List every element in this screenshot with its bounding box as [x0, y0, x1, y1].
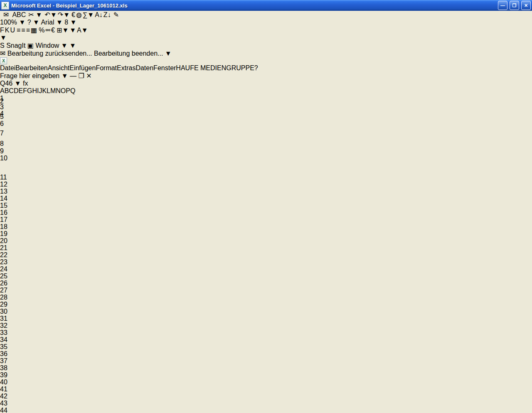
row-header-10[interactable]: 10 [0, 155, 532, 174]
row-header-22[interactable]: 22 [0, 251, 532, 258]
chevron-down-icon[interactable]: ▼ [15, 80, 21, 87]
euro-conversion-icon[interactable]: € [71, 11, 75, 19]
send-review-label[interactable]: Bearbeitung zurücksenden... [7, 50, 92, 57]
close-button[interactable]: ✕ [521, 1, 531, 10]
row-header-35[interactable]: 35 [0, 343, 532, 350]
italic-icon[interactable]: K [5, 27, 10, 34]
merge-and-center-icon[interactable]: ▦ [31, 26, 37, 34]
row-header-7[interactable]: 7 [0, 130, 532, 140]
row-header-34[interactable]: 34 [0, 336, 532, 343]
align-left-icon[interactable]: ≡ [17, 27, 20, 34]
undo-icon[interactable]: ↶▼ [45, 11, 57, 19]
row-header-41[interactable]: 41 [0, 386, 532, 393]
row-header-25[interactable]: 25 [0, 273, 532, 280]
row-header-37[interactable]: 37 [0, 357, 532, 364]
menu-item-ansicht[interactable]: Ansicht [48, 64, 69, 72]
hyperlink-icon[interactable]: ◍ [76, 11, 82, 19]
column-header-A[interactable]: A [0, 87, 5, 94]
align-right-icon[interactable]: ≡ [26, 27, 30, 34]
chevron-down-icon[interactable]: ▼ [61, 42, 68, 49]
row-header-14[interactable]: 14 [0, 195, 532, 202]
column-header-L[interactable]: L [47, 87, 50, 94]
column-header-E[interactable]: E [18, 87, 23, 94]
send-review-icon[interactable]: ✉ [0, 50, 5, 57]
column-header-D[interactable]: D [14, 87, 19, 94]
doc-close-button[interactable]: ✕ [86, 72, 91, 79]
sort-descending-icon[interactable]: Z↓ [103, 11, 111, 19]
row-header-5[interactable]: 5 [0, 113, 532, 120]
row-header-30[interactable]: 30 [0, 308, 532, 315]
toolbar-options-chevron[interactable]: ▼ [69, 42, 76, 49]
row-header-38[interactable]: 38 [0, 364, 532, 371]
row-header-32[interactable]: 32 [0, 322, 532, 329]
row-header-17[interactable]: 17 [0, 216, 532, 223]
row-header-24[interactable]: 24 [0, 266, 532, 273]
row-header-13[interactable]: 13 [0, 188, 532, 195]
row-header-11[interactable]: 11 [0, 174, 532, 181]
row-header-4[interactable]: 4 [0, 110, 532, 113]
chevron-down-icon[interactable]: ▼ [70, 19, 77, 26]
font-name-combo[interactable]: Arial ▼ [41, 19, 64, 26]
chevron-down-icon[interactable]: ▼ [56, 19, 63, 26]
row-header-29[interactable]: 29 [0, 301, 532, 308]
row-header-31[interactable]: 31 [0, 315, 532, 322]
row-header-40[interactable]: 40 [0, 379, 532, 386]
row-header-43[interactable]: 43 [0, 400, 532, 407]
column-header-H[interactable]: H [32, 87, 37, 94]
underline-icon[interactable]: U [10, 27, 15, 34]
column-header-Q[interactable]: Q [70, 87, 75, 94]
row-header-9[interactable]: 9 [0, 148, 532, 155]
row-header-12[interactable]: 12 [0, 181, 532, 188]
column-header-B[interactable]: B [5, 87, 9, 94]
column-header-O[interactable]: O [61, 87, 66, 94]
row-header-1[interactable]: 1 [0, 95, 532, 98]
menu-item-einf-gen[interactable]: Einfügen [69, 64, 96, 72]
autosum-icon[interactable]: ∑▼ [83, 11, 94, 19]
restore-button[interactable]: ❐ [510, 1, 519, 10]
column-header-K[interactable]: K [42, 87, 47, 94]
toolbar-options-chevron[interactable]: ▼ [33, 19, 39, 26]
toolbar-options-chevron[interactable]: ▼ [165, 50, 172, 57]
chevron-down-icon[interactable]: ▼ [62, 72, 68, 79]
menu-item-fenster[interactable]: Fenster [153, 64, 176, 72]
row-header-19[interactable]: 19 [0, 230, 532, 237]
row-header-2[interactable]: 2 [0, 98, 532, 103]
chevron-down-icon[interactable]: ▼ [19, 19, 25, 26]
euro-style-icon[interactable]: € [51, 27, 55, 34]
row-header-27[interactable]: 27 [0, 287, 532, 294]
row-header-20[interactable]: 20 [0, 237, 532, 244]
row-header-3[interactable]: 3 [0, 103, 532, 110]
snagit-label[interactable]: SnagIt [6, 42, 25, 49]
chevron-down-icon[interactable]: ▼ [50, 11, 57, 18]
percent-style-icon[interactable]: % [39, 27, 44, 34]
menu-item-datei[interactable]: Datei [0, 64, 15, 72]
snagit-capture-icon[interactable]: ▣ [27, 42, 34, 49]
menu-item-extras[interactable]: Extras [117, 64, 135, 72]
insert-function-icon[interactable]: fx [23, 80, 28, 87]
email-icon[interactable]: ✉ [3, 11, 9, 19]
row-header-6[interactable]: 6 [0, 120, 532, 130]
row-header-26[interactable]: 26 [0, 280, 532, 287]
doc-restore-button[interactable]: ❐ [78, 72, 84, 79]
font-color-icon[interactable]: A▼ [77, 27, 88, 34]
menu-item-format[interactable]: Format [96, 64, 117, 72]
column-header-M[interactable]: M [50, 87, 56, 94]
menu-item-haufe-mediengruppe[interactable]: HAUFE MEDIENGRUPPE [176, 64, 254, 72]
column-header-N[interactable]: N [56, 87, 61, 94]
align-center-icon[interactable]: ≡ [21, 27, 25, 34]
chevron-down-icon[interactable]: ▼ [81, 27, 88, 34]
zoom-combo[interactable]: 100% ▼ [0, 19, 27, 26]
chevron-down-icon[interactable]: ▼ [63, 11, 70, 18]
row-header-36[interactable]: 36 [0, 350, 532, 357]
row-header-16[interactable]: 16 [0, 209, 532, 216]
chevron-down-icon[interactable]: ▼ [87, 11, 94, 18]
menu-item-bearbeiten[interactable]: Bearbeiten [15, 64, 47, 72]
row-header-23[interactable]: 23 [0, 258, 532, 266]
column-header-G[interactable]: G [27, 87, 32, 94]
bold-icon[interactable]: F [0, 27, 4, 34]
paste-icon[interactable]: ▼ [36, 11, 42, 19]
row-header-21[interactable]: 21 [0, 244, 532, 251]
menu-item-daten[interactable]: Daten [135, 64, 153, 72]
font-size-combo[interactable]: 8 ▼ [64, 19, 76, 26]
chevron-down-icon[interactable]: ▼ [62, 27, 69, 34]
